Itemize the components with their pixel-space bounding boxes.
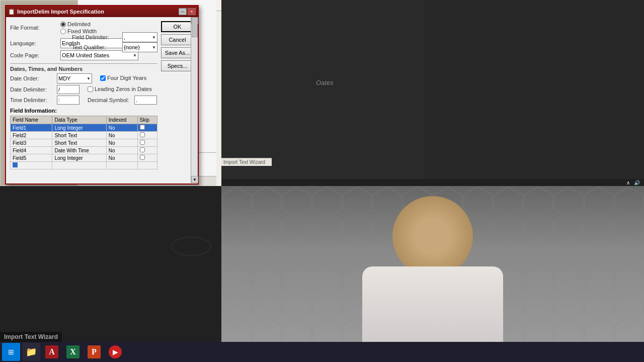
- field-table: Field Name Data Type Indexed Skip Field1…: [10, 116, 157, 169]
- field5-skip-cb[interactable]: [140, 155, 145, 160]
- text-qualifier-value: {none}: [124, 44, 140, 50]
- dialog-scrollbar[interactable]: ▲ ▼: [191, 17, 198, 183]
- scroll-down-btn[interactable]: ▼: [191, 176, 198, 183]
- col-skip: Skip: [137, 116, 157, 124]
- ok-button[interactable]: OK: [161, 21, 194, 32]
- delimited-radio-row[interactable]: Delimited: [60, 21, 97, 27]
- field1-indexed: No: [106, 124, 137, 132]
- minimize-button[interactable]: ─: [179, 8, 187, 15]
- text-qualifier-row: Text Qualifier: {none} ▼: [72, 42, 157, 52]
- field-info-label: Field Information:: [10, 108, 157, 114]
- taskbar-explorer-btn[interactable]: 📁: [22, 343, 40, 361]
- taskbar-access-btn[interactable]: A: [42, 343, 61, 361]
- oates-watermark: Oates: [316, 79, 334, 86]
- leading-zeros-checkbox[interactable]: [88, 86, 93, 92]
- field1-skip-cb[interactable]: [140, 125, 145, 130]
- decimal-symbol-input[interactable]: [134, 96, 157, 105]
- empty-skip: [137, 162, 157, 169]
- col-indexed: Indexed: [106, 116, 137, 124]
- excel-icon: X: [66, 345, 79, 358]
- text-qualifier-dropdown[interactable]: {none} ▼: [122, 42, 157, 52]
- field5-skip: [137, 154, 157, 162]
- col-field-name: Field Name: [11, 116, 52, 124]
- speaker-icon[interactable]: 🔊: [634, 180, 640, 186]
- four-digit-years-checkbox[interactable]: [100, 75, 106, 81]
- date-order-dropdown[interactable]: MDY ▼: [57, 73, 92, 83]
- dialog-title-text: ImportDelim Import Specification: [17, 9, 104, 15]
- field-delimiter-value: ,: [124, 34, 125, 40]
- import-spec-dialog[interactable]: 📋 ImportDelim Import Specification ─ × F…: [5, 5, 199, 185]
- table-row[interactable]: Field2 Short Text No: [11, 132, 157, 139]
- video-control-bar: ∧ 🔊: [221, 179, 644, 186]
- time-delimiter-row: Time Delimiter: Decimal Symbol:: [10, 96, 157, 105]
- date-order-row: Date Order: MDY ▼ Four Digit Years: [10, 73, 157, 83]
- right-dark-panel: [425, 0, 644, 186]
- date-delimiter-label: Date Delimiter:: [10, 86, 53, 93]
- media-icon: ▶: [109, 345, 122, 358]
- field-delimiter-row: Field Delimiter: , ▼: [72, 32, 157, 42]
- windows-taskbar: ⊞ 📁 A X P ▶: [0, 342, 644, 362]
- taskbar-media-btn[interactable]: ▶: [106, 343, 125, 361]
- code-page-value: OEM United States: [62, 52, 109, 58]
- date-order-value: MDY: [58, 75, 70, 81]
- scroll-thumb[interactable]: [192, 17, 198, 37]
- field3-skip-cb[interactable]: [140, 140, 145, 145]
- fixed-width-radio[interactable]: [60, 29, 66, 34]
- bottom-spacer: [10, 169, 157, 179]
- field4-skip-cb[interactable]: [140, 147, 145, 152]
- delimited-radio[interactable]: [60, 22, 66, 27]
- table-row[interactable]: Field4 Date With Time No: [11, 147, 157, 154]
- date-delimiter-row: Date Delimiter: / Leading Zeros in Dates: [10, 85, 157, 94]
- field4-skip: [137, 147, 157, 154]
- background: ◄ ► Your data describes... Field2 Field3…: [0, 0, 644, 362]
- table-row[interactable]: Field1 Long Integer No: [11, 124, 157, 132]
- webcam-area: [221, 186, 644, 342]
- table-row[interactable]: Field5 Long Integer No: [11, 154, 157, 162]
- empty-type: [52, 162, 106, 169]
- field2-skip-cb[interactable]: [140, 132, 145, 137]
- leading-zeros-label: Leading Zeros in Dates: [95, 86, 152, 92]
- four-digit-years-label: Four Digit Years: [107, 75, 146, 81]
- field3-type: Short Text: [52, 139, 106, 147]
- table-row[interactable]: Field3 Short Text No: [11, 139, 157, 147]
- field-delimiter-label: Field Delimiter:: [72, 34, 122, 40]
- field2-type: Short Text: [52, 132, 106, 139]
- field5-type: Long Integer: [52, 154, 106, 162]
- access-icon: A: [45, 345, 58, 358]
- field-delimiter-dropdown[interactable]: , ▼: [122, 32, 157, 42]
- date-order-label: Date Order:: [10, 75, 53, 81]
- start-button[interactable]: ⊞: [2, 343, 20, 361]
- dates-section-title: Dates, Times, and Numbers: [10, 63, 157, 72]
- taskbar-excel-btn[interactable]: X: [63, 343, 83, 361]
- dialog-titlebar[interactable]: 📋 ImportDelim Import Specification ─ ×: [6, 6, 198, 17]
- four-digit-years-row[interactable]: Four Digit Years: [100, 75, 146, 81]
- expand-btn[interactable]: ∧: [626, 180, 630, 186]
- person-area: [307, 186, 558, 342]
- specs-button[interactable]: Specs...: [161, 60, 194, 71]
- field4-name: Field4: [11, 147, 52, 154]
- save-as-button[interactable]: Save As...: [161, 47, 194, 58]
- date-delimiter-input[interactable]: /: [57, 85, 79, 94]
- table-row-empty: [11, 162, 157, 169]
- time-delimiter-input[interactable]: [57, 96, 79, 105]
- field3-indexed: No: [106, 139, 137, 147]
- table-header-row: Field Name Data Type Indexed Skip: [11, 116, 157, 124]
- field2-indexed: No: [106, 132, 137, 139]
- dialog-buttons: OK Cancel Save As... Specs...: [161, 21, 194, 71]
- col-data-type: Data Type: [52, 116, 106, 124]
- close-button[interactable]: ×: [188, 8, 196, 15]
- code-page-arrow: ▼: [133, 53, 137, 58]
- dialog-controls: ─ ×: [179, 8, 196, 15]
- text-qualifier-arrow: ▼: [152, 45, 156, 50]
- left-dark-lower: [0, 186, 221, 342]
- file-format-label: File Format:: [10, 25, 60, 31]
- decimal-symbol-label: Decimal Symbol:: [88, 97, 130, 103]
- dialog-title-area: 📋 ImportDelim Import Specification: [8, 9, 104, 15]
- leading-zeros-row[interactable]: Leading Zeros in Dates: [88, 86, 152, 92]
- empty-name: [11, 162, 52, 169]
- dialog-icon: 📋: [8, 9, 15, 15]
- taskbar-powerpoint-btn[interactable]: P: [85, 343, 104, 361]
- cancel-button[interactable]: Cancel: [161, 34, 194, 45]
- field5-name: Field5: [11, 154, 52, 162]
- field1-name: Field1: [11, 124, 52, 132]
